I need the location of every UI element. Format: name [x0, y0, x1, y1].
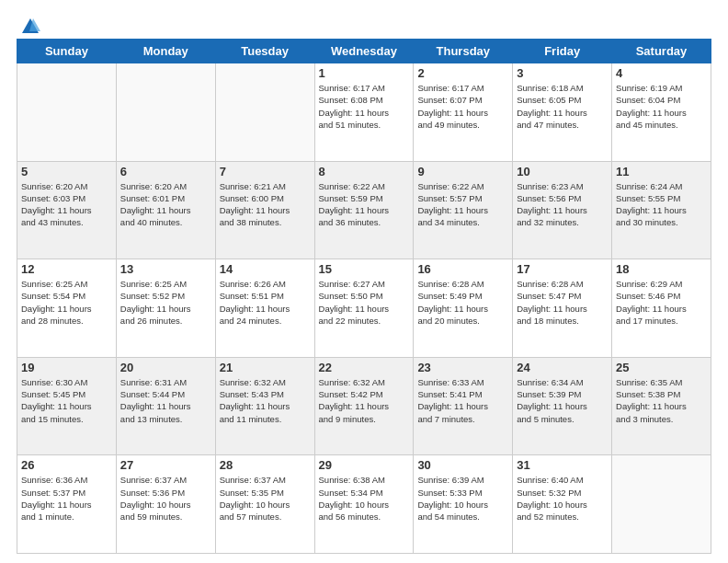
day-info: Sunrise: 6:34 AM Sunset: 5:39 PM Dayligh…	[517, 376, 608, 425]
day-number: 19	[21, 361, 112, 374]
day-number: 3	[517, 66, 608, 80]
calendar-cell: 9Sunrise: 6:22 AM Sunset: 5:57 PM Daylig…	[414, 161, 513, 259]
day-info: Sunrise: 6:20 AM Sunset: 6:01 PM Dayligh…	[120, 180, 211, 229]
calendar-cell: 26Sunrise: 6:36 AM Sunset: 5:37 PM Dayli…	[17, 455, 117, 554]
day-number: 14	[220, 262, 311, 276]
day-info: Sunrise: 6:18 AM Sunset: 6:05 PM Dayligh…	[517, 82, 608, 131]
calendar-cell: 2Sunrise: 6:17 AM Sunset: 6:07 PM Daylig…	[414, 63, 513, 162]
day-info: Sunrise: 6:32 AM Sunset: 5:43 PM Dayligh…	[220, 376, 311, 425]
calendar-cell: 7Sunrise: 6:21 AM Sunset: 6:00 PM Daylig…	[215, 161, 314, 259]
day-number: 20	[120, 361, 211, 374]
calendar-cell: 1Sunrise: 6:17 AM Sunset: 6:08 PM Daylig…	[314, 63, 414, 162]
day-number: 21	[220, 361, 311, 374]
day-info: Sunrise: 6:36 AM Sunset: 5:37 PM Dayligh…	[21, 474, 112, 523]
calendar-cell	[116, 63, 215, 162]
day-number: 9	[417, 165, 508, 178]
calendar-cell: 18Sunrise: 6:29 AM Sunset: 5:46 PM Dayli…	[612, 259, 711, 358]
calendar-cell: 19Sunrise: 6:30 AM Sunset: 5:45 PM Dayli…	[17, 357, 117, 455]
day-info: Sunrise: 6:33 AM Sunset: 5:41 PM Dayligh…	[417, 376, 508, 425]
day-number: 25	[616, 361, 707, 374]
logo-icon	[20, 17, 40, 37]
weekday-header: Monday	[116, 40, 215, 63]
day-info: Sunrise: 6:38 AM Sunset: 5:34 PM Dayligh…	[319, 474, 410, 523]
weekday-header: Tuesday	[215, 40, 314, 63]
day-number: 17	[517, 262, 608, 276]
weekday-header: Thursday	[414, 40, 513, 63]
day-info: Sunrise: 6:19 AM Sunset: 6:04 PM Dayligh…	[616, 82, 707, 131]
calendar-cell	[215, 63, 314, 162]
calendar-cell: 11Sunrise: 6:24 AM Sunset: 5:55 PM Dayli…	[612, 161, 711, 259]
day-info: Sunrise: 6:25 AM Sunset: 5:54 PM Dayligh…	[21, 278, 112, 327]
calendar-cell: 31Sunrise: 6:40 AM Sunset: 5:32 PM Dayli…	[513, 455, 612, 554]
day-info: Sunrise: 6:17 AM Sunset: 6:08 PM Dayligh…	[319, 82, 410, 131]
logo	[17, 17, 40, 31]
calendar-cell: 8Sunrise: 6:22 AM Sunset: 5:59 PM Daylig…	[314, 161, 414, 259]
calendar-cell: 12Sunrise: 6:25 AM Sunset: 5:54 PM Dayli…	[17, 259, 117, 358]
day-info: Sunrise: 6:22 AM Sunset: 5:59 PM Dayligh…	[319, 180, 410, 229]
day-info: Sunrise: 6:32 AM Sunset: 5:42 PM Dayligh…	[319, 376, 410, 425]
day-info: Sunrise: 6:28 AM Sunset: 5:47 PM Dayligh…	[517, 278, 608, 327]
calendar-cell: 21Sunrise: 6:32 AM Sunset: 5:43 PM Dayli…	[215, 357, 314, 455]
calendar-cell: 23Sunrise: 6:33 AM Sunset: 5:41 PM Dayli…	[414, 357, 513, 455]
calendar-table: SundayMondayTuesdayWednesdayThursdayFrid…	[17, 39, 711, 554]
day-info: Sunrise: 6:37 AM Sunset: 5:36 PM Dayligh…	[120, 474, 211, 523]
calendar-cell	[612, 455, 711, 554]
day-info: Sunrise: 6:31 AM Sunset: 5:44 PM Dayligh…	[120, 376, 211, 425]
weekday-header: Sunday	[17, 40, 117, 63]
day-number: 7	[220, 165, 311, 178]
calendar-header-row: SundayMondayTuesdayWednesdayThursdayFrid…	[17, 40, 711, 63]
day-number: 31	[517, 458, 608, 472]
day-info: Sunrise: 6:26 AM Sunset: 5:51 PM Dayligh…	[220, 278, 311, 327]
day-info: Sunrise: 6:24 AM Sunset: 5:55 PM Dayligh…	[616, 180, 707, 229]
weekday-header: Wednesday	[314, 40, 414, 63]
day-number: 28	[220, 458, 311, 472]
day-number: 27	[120, 458, 211, 472]
day-number: 6	[120, 165, 211, 178]
day-info: Sunrise: 6:35 AM Sunset: 5:38 PM Dayligh…	[616, 376, 707, 425]
day-number: 18	[616, 262, 707, 276]
day-number: 12	[21, 262, 112, 276]
calendar-cell: 3Sunrise: 6:18 AM Sunset: 6:05 PM Daylig…	[513, 63, 612, 162]
calendar-cell: 4Sunrise: 6:19 AM Sunset: 6:04 PM Daylig…	[612, 63, 711, 162]
calendar-week-row: 5Sunrise: 6:20 AM Sunset: 6:03 PM Daylig…	[17, 161, 711, 259]
calendar-cell: 28Sunrise: 6:37 AM Sunset: 5:35 PM Dayli…	[215, 455, 314, 554]
day-number: 23	[417, 361, 508, 374]
calendar-cell: 22Sunrise: 6:32 AM Sunset: 5:42 PM Dayli…	[314, 357, 414, 455]
calendar-cell: 13Sunrise: 6:25 AM Sunset: 5:52 PM Dayli…	[116, 259, 215, 358]
day-info: Sunrise: 6:20 AM Sunset: 6:03 PM Dayligh…	[21, 180, 112, 229]
calendar-week-row: 26Sunrise: 6:36 AM Sunset: 5:37 PM Dayli…	[17, 455, 711, 554]
day-info: Sunrise: 6:23 AM Sunset: 5:56 PM Dayligh…	[517, 180, 608, 229]
day-info: Sunrise: 6:21 AM Sunset: 6:00 PM Dayligh…	[220, 180, 311, 229]
calendar-cell: 6Sunrise: 6:20 AM Sunset: 6:01 PM Daylig…	[116, 161, 215, 259]
day-number: 11	[616, 165, 707, 178]
weekday-header: Friday	[513, 40, 612, 63]
day-info: Sunrise: 6:29 AM Sunset: 5:46 PM Dayligh…	[616, 278, 707, 327]
calendar-week-row: 12Sunrise: 6:25 AM Sunset: 5:54 PM Dayli…	[17, 259, 711, 358]
calendar-cell: 25Sunrise: 6:35 AM Sunset: 5:38 PM Dayli…	[612, 357, 711, 455]
day-number: 22	[319, 361, 410, 374]
day-number: 10	[517, 165, 608, 178]
day-number: 30	[417, 458, 508, 472]
day-info: Sunrise: 6:25 AM Sunset: 5:52 PM Dayligh…	[120, 278, 211, 327]
calendar-cell: 24Sunrise: 6:34 AM Sunset: 5:39 PM Dayli…	[513, 357, 612, 455]
day-number: 13	[120, 262, 211, 276]
day-info: Sunrise: 6:40 AM Sunset: 5:32 PM Dayligh…	[517, 474, 608, 523]
day-number: 16	[417, 262, 508, 276]
day-number: 15	[319, 262, 410, 276]
day-info: Sunrise: 6:39 AM Sunset: 5:33 PM Dayligh…	[417, 474, 508, 523]
calendar-cell: 15Sunrise: 6:27 AM Sunset: 5:50 PM Dayli…	[314, 259, 414, 358]
day-number: 2	[417, 66, 508, 80]
day-number: 4	[616, 66, 707, 80]
day-number: 24	[517, 361, 608, 374]
header	[17, 17, 711, 31]
day-info: Sunrise: 6:30 AM Sunset: 5:45 PM Dayligh…	[21, 376, 112, 425]
day-number: 8	[319, 165, 410, 178]
calendar-cell: 16Sunrise: 6:28 AM Sunset: 5:49 PM Dayli…	[414, 259, 513, 358]
weekday-header: Saturday	[612, 40, 711, 63]
day-info: Sunrise: 6:17 AM Sunset: 6:07 PM Dayligh…	[417, 82, 508, 131]
calendar-cell: 29Sunrise: 6:38 AM Sunset: 5:34 PM Dayli…	[314, 455, 414, 554]
page: SundayMondayTuesdayWednesdayThursdayFrid…	[0, 0, 728, 563]
calendar-cell: 20Sunrise: 6:31 AM Sunset: 5:44 PM Dayli…	[116, 357, 215, 455]
day-number: 26	[21, 458, 112, 472]
calendar-cell: 17Sunrise: 6:28 AM Sunset: 5:47 PM Dayli…	[513, 259, 612, 358]
